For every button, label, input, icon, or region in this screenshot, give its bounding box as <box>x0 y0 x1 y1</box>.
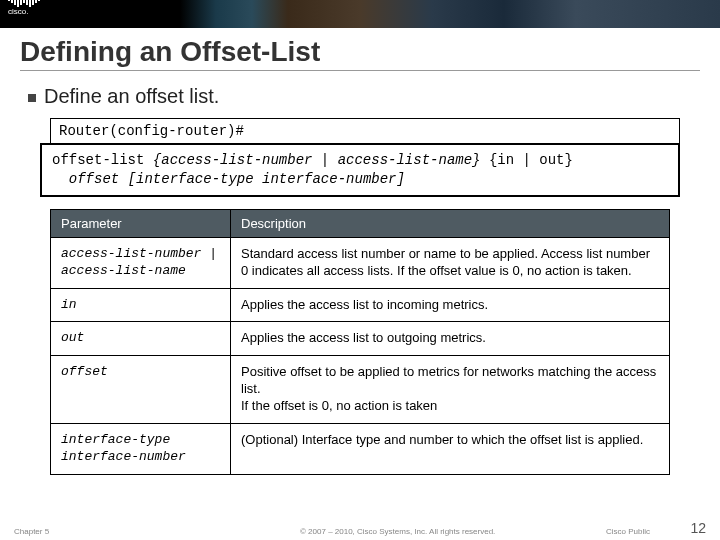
title-divider <box>20 70 700 71</box>
cmd-arg-acl: {access-list-number | access-list-name} <box>153 152 481 168</box>
table-row: out Applies the access list to outgoing … <box>51 322 670 356</box>
header-parameter: Parameter <box>51 209 231 237</box>
desc-cell: Standard access list number or name to b… <box>231 237 670 288</box>
bullet-line: Define an offset list. <box>0 81 720 118</box>
chapter-label: Chapter 5 <box>14 527 49 536</box>
command-syntax: offset-list {access-list-number | access… <box>40 143 680 197</box>
param-cell: access-list-number | access-list-name <box>51 237 231 288</box>
slide-title: Defining an Offset-List <box>0 28 720 70</box>
bullet-text: Define an offset list. <box>44 85 219 107</box>
param-cell: interface-type interface-number <box>51 424 231 475</box>
table-row: in Applies the access list to incoming m… <box>51 288 670 322</box>
logo-text: cisco. <box>8 8 40 16</box>
cisco-logo: cisco. <box>8 0 40 16</box>
parameter-table: Parameter Description access-list-number… <box>50 209 670 475</box>
copyright-text: © 2007 – 2010, Cisco Systems, Inc. All r… <box>300 527 495 536</box>
top-banner: cisco. <box>0 0 720 28</box>
param-cell: offset <box>51 356 231 424</box>
table-row: offset Positive offset to be applied to … <box>51 356 670 424</box>
cmd-arg-iface: [interface-type interface-number] <box>128 171 405 187</box>
bullet-icon <box>28 94 36 102</box>
cmd-arg-dir: {in | out} <box>489 152 573 168</box>
table-header-row: Parameter Description <box>51 209 670 237</box>
cmd-arg-offset: offset <box>69 171 119 187</box>
cmd-keyword: offset-list <box>52 152 144 168</box>
param-cell: out <box>51 322 231 356</box>
desc-cell: Applies the access list to outgoing metr… <box>231 322 670 356</box>
page-number: 12 <box>690 520 706 536</box>
desc-cell: Applies the access list to incoming metr… <box>231 288 670 322</box>
classification-text: Cisco Public <box>606 527 650 536</box>
param-cell: in <box>51 288 231 322</box>
router-prompt: Router(config-router)# <box>50 118 680 143</box>
desc-cell: Positive offset to be applied to metrics… <box>231 356 670 424</box>
header-description: Description <box>231 209 670 237</box>
table-row: interface-type interface-number (Optiona… <box>51 424 670 475</box>
desc-cell: (Optional) Interface type and number to … <box>231 424 670 475</box>
table-row: access-list-number | access-list-name St… <box>51 237 670 288</box>
